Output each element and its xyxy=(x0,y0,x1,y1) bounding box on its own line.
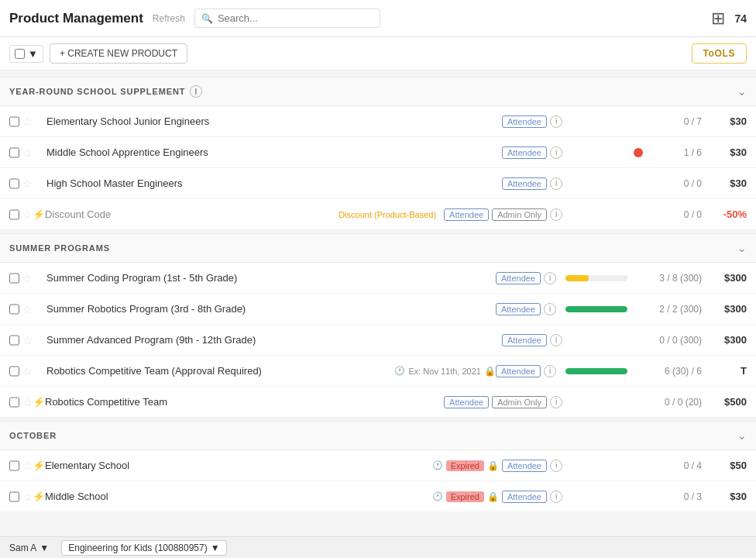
row-checkbox-input-2[interactable] xyxy=(9,178,19,189)
row-checkbox-input-1[interactable] xyxy=(9,147,19,158)
product-name[interactable]: High School Master Engineers xyxy=(46,177,502,189)
bar-inner xyxy=(565,306,627,312)
org-selector[interactable]: Engineering for Kids (100880957) ▼ xyxy=(61,540,226,547)
row-checkbox-input-0[interactable] xyxy=(9,460,19,471)
star-icon[interactable]: ☆ xyxy=(22,208,33,221)
product-tag: Attendee xyxy=(502,334,547,346)
row-info-icon[interactable]: i xyxy=(550,460,562,472)
product-name[interactable]: Elementary School Junior Engineers xyxy=(46,115,502,127)
product-name[interactable]: Discount Code xyxy=(45,208,334,220)
product-count: 0 / 0 xyxy=(648,178,702,189)
star-icon[interactable]: ☆ xyxy=(22,491,33,503)
tools-button[interactable]: ToOLS xyxy=(692,43,747,64)
table-row: ☆Middle School Apprentice EngineersAtten… xyxy=(0,137,756,168)
table-row: ☆Summer Robotics Program (3rd - 8th Grad… xyxy=(0,294,756,325)
product-name[interactable]: Summer Advanced Program (9th - 12th Grad… xyxy=(46,334,502,346)
search-input[interactable] xyxy=(218,12,373,24)
product-price: T xyxy=(708,365,747,377)
section-title-summer: SUMMER PROGRAMS xyxy=(9,243,110,253)
product-name[interactable]: Robotics Competitive Team (Approval Requ… xyxy=(46,365,394,377)
row-select-0: ☆ xyxy=(9,115,33,128)
section-header-year-round[interactable]: YEAR-ROUND SCHOOL SUPPLEMENTi⌄ xyxy=(0,77,756,106)
product-price: $30 xyxy=(708,177,747,189)
star-icon[interactable]: ☆ xyxy=(22,365,33,377)
section-summer: SUMMER PROGRAMS⌄☆Summer Coding Program (… xyxy=(0,233,756,418)
user-selector[interactable]: Sam A ▼ xyxy=(9,542,49,547)
row-info-icon[interactable]: i xyxy=(550,146,562,159)
bar-inner xyxy=(565,368,627,374)
product-name[interactable]: Middle School xyxy=(45,491,432,502)
table-row: ☆⚡Elementary School🕐Expired🔒Attendeei0 /… xyxy=(0,450,756,481)
row-checkbox-input-2[interactable] xyxy=(9,335,19,346)
select-all-input[interactable] xyxy=(15,49,25,59)
product-price: $300 xyxy=(708,272,747,284)
product-name[interactable]: Robotics Competitive Team xyxy=(45,396,444,408)
row-checkbox-input-1[interactable] xyxy=(9,304,19,315)
star-icon[interactable]: ☆ xyxy=(22,146,33,159)
product-name[interactable]: Elementary School xyxy=(45,460,432,471)
search-bar[interactable]: 🔍 xyxy=(194,9,380,28)
table-row: ☆⚡Robotics Competitive TeamAttendeeAdmin… xyxy=(0,387,756,418)
star-icon[interactable]: ☆ xyxy=(22,303,33,315)
row-checkbox-input-3[interactable] xyxy=(9,209,19,220)
row-select-1: ☆ xyxy=(9,303,33,315)
product-count: 74 xyxy=(734,12,747,25)
product-count: 3 / 8 (300) xyxy=(648,273,702,284)
product-tag: Attendee xyxy=(496,303,541,315)
star-icon[interactable]: ☆ xyxy=(22,334,33,346)
product-price: $30 xyxy=(708,491,747,502)
section-info-icon-year-round[interactable]: i xyxy=(190,85,202,98)
table-row: ☆High School Master EngineersAttendeei0 … xyxy=(0,168,756,199)
star-icon[interactable]: ☆ xyxy=(22,460,33,472)
lock-icon-small: 🔒 xyxy=(487,460,499,471)
section-header-october[interactable]: OCTOBER⌄ xyxy=(0,421,756,450)
product-tags: Attendeei xyxy=(496,272,559,284)
row-info-icon[interactable]: i xyxy=(550,334,562,346)
lightning-icon: ⚡ xyxy=(33,208,45,220)
expired-badge: Expired xyxy=(446,491,484,502)
product-price: $500 xyxy=(708,396,747,408)
row-select-2: ☆ xyxy=(9,334,33,346)
product-name[interactable]: Summer Coding Program (1st - 5th Grade) xyxy=(46,272,496,284)
product-price: $30 xyxy=(708,146,747,158)
row-info-icon[interactable]: i xyxy=(550,177,562,190)
capacity-bar xyxy=(565,275,627,281)
section-title-year-round: YEAR-ROUND SCHOOL SUPPLEMENTi xyxy=(9,85,202,98)
row-info-icon[interactable]: i xyxy=(550,115,562,128)
product-name[interactable]: Summer Robotics Program (3rd - 8th Grade… xyxy=(46,303,496,315)
lightning-icon: ⚡ xyxy=(33,491,45,502)
product-tags: 🕐Expired🔒Attendeei xyxy=(432,460,565,472)
section-title-october: OCTOBER xyxy=(9,431,57,440)
row-info-icon[interactable]: i xyxy=(550,491,562,503)
product-price: $30 xyxy=(708,115,747,127)
row-info-icon[interactable]: i xyxy=(544,303,556,315)
product-count: 0 / 0 xyxy=(648,209,702,220)
row-info-icon[interactable]: i xyxy=(544,365,556,377)
product-price: $300 xyxy=(708,303,747,315)
star-icon[interactable]: ☆ xyxy=(22,115,33,128)
refresh-button[interactable]: Refresh xyxy=(153,13,185,24)
product-tags: Attendeei xyxy=(502,115,565,128)
star-icon[interactable]: ☆ xyxy=(22,396,33,408)
row-select-4: ☆ xyxy=(9,396,33,408)
grid-icon[interactable]: ⊞ xyxy=(711,9,725,29)
chevron-down-icon[interactable]: ▼ xyxy=(28,48,38,60)
user-label: Sam A xyxy=(9,542,36,547)
row-checkbox-input-0[interactable] xyxy=(9,116,19,127)
select-all-checkbox[interactable]: ▼ xyxy=(9,45,43,63)
star-icon[interactable]: ☆ xyxy=(22,272,33,284)
row-info-icon[interactable]: i xyxy=(550,208,562,221)
row-checkbox-input-4[interactable] xyxy=(9,397,19,408)
row-info-icon[interactable]: i xyxy=(550,396,562,408)
row-info-icon[interactable]: i xyxy=(544,272,556,284)
row-checkbox-input-1[interactable] xyxy=(9,491,19,502)
row-checkbox-input-0[interactable] xyxy=(9,273,19,284)
star-icon[interactable]: ☆ xyxy=(22,177,33,190)
product-tag: Attendee xyxy=(444,396,489,408)
create-product-button[interactable]: + CREATE NEW PRODUCT xyxy=(50,43,187,64)
product-name[interactable]: Middle School Apprentice Engineers xyxy=(46,146,502,158)
row-checkbox-input-3[interactable] xyxy=(9,366,19,377)
product-count: 0 / 4 xyxy=(648,460,702,471)
section-header-summer[interactable]: SUMMER PROGRAMS⌄ xyxy=(0,233,756,263)
product-tag: Attendee xyxy=(496,272,541,284)
